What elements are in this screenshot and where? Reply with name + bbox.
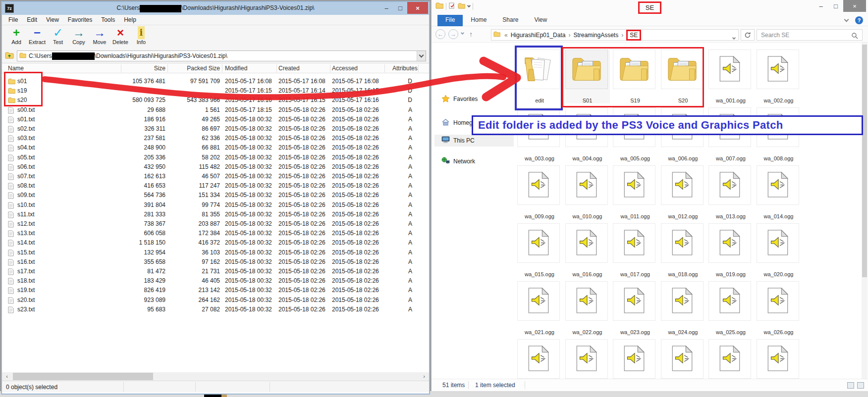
scrollbar-thumb[interactable] <box>13 373 153 380</box>
back-button[interactable]: ← <box>435 29 445 39</box>
table-row[interactable]: s18.txt183 42946 4052015-05-18 00:322015… <box>2 276 429 286</box>
breadcrumb-higurashiep01_data[interactable]: HigurashiEp01_Data <box>510 32 567 39</box>
table-row[interactable]: s09.txt564 736151 3342015-05-18 00:32201… <box>2 191 429 200</box>
grid-item-wa_023.ogg[interactable]: wa_023.ogg <box>613 281 657 335</box>
column-header-name[interactable]: Name <box>8 65 24 72</box>
grid-item[interactable] <box>613 339 657 379</box>
grid-item-wa_019.ogg[interactable]: wa_019.ogg <box>708 223 753 277</box>
grid-item[interactable] <box>757 339 801 379</box>
column-header-modified[interactable]: Modified <box>225 65 247 72</box>
address-bar[interactable]: « HigurashiEp01_Data›StreamingAssets›SE <box>491 29 739 41</box>
grid-item-wa_004.ogg[interactable]: wa_004.ogg <box>565 107 610 161</box>
menu-view[interactable]: View <box>42 16 63 23</box>
table-row[interactable]: s08.txt416 653117 2472015-05-18 00:32201… <box>2 181 429 191</box>
tab-share[interactable]: Share <box>494 15 526 26</box>
qat-customize-icon[interactable] <box>467 4 471 7</box>
grid-item-wa_017.ogg[interactable]: wa_017.ogg <box>613 223 657 277</box>
scrollbar-thumb[interactable] <box>862 45 867 277</box>
grid-item-wa_012.ogg[interactable]: wa_012.ogg <box>661 165 705 219</box>
table-row[interactable]: s01.txt186 91649 2652015-05-18 00:322015… <box>2 115 429 124</box>
sevenzip-titlebar[interactable]: 7z C:\Users\Downloads\Higurashi\Higurash… <box>2 2 429 15</box>
grid-item-wa_011.ogg[interactable]: wa_011.ogg <box>613 165 657 219</box>
table-row[interactable]: s00.txt29 6881 5612015-05-17 18:152015-0… <box>2 105 429 115</box>
sidebar-item-favorites[interactable]: Favorites <box>434 93 514 105</box>
grid-item-wa_016.ogg[interactable]: wa_016.ogg <box>565 223 610 277</box>
search-input[interactable]: Search SE <box>757 29 863 41</box>
grid-item-wa_020.ogg[interactable]: wa_020.ogg <box>757 223 801 277</box>
table-row[interactable]: s04.txt248 90066 8812015-05-18 00:322015… <box>2 143 429 152</box>
breadcrumb-separator-icon[interactable]: › <box>619 32 625 39</box>
sidebar-item-this-pc[interactable]: This PC <box>434 135 514 147</box>
grid-item-S19[interactable]: S19 <box>613 50 657 103</box>
breadcrumb-streamingassets[interactable]: StreamingAssets <box>572 32 619 39</box>
table-row[interactable]: s20580 093 725543 383 9662015-05-17 16:1… <box>2 96 429 105</box>
help-icon[interactable]: ? <box>855 16 863 24</box>
grid-item-wa_025.ogg[interactable]: wa_025.ogg <box>708 281 753 335</box>
tab-file[interactable]: File <box>437 15 463 26</box>
grid-item-wa_003.ogg[interactable]: wa_003.ogg <box>517 107 562 161</box>
table-row[interactable]: s17.txt81 47221 7312015-05-18 00:322015-… <box>2 267 429 276</box>
table-row[interactable]: s05.txt205 33658 2022015-05-18 00:322015… <box>2 153 429 162</box>
minimize-button[interactable]: – <box>380 2 393 14</box>
sidebar-item-network[interactable]: Network <box>434 155 514 167</box>
delete-button[interactable]: ×Delete <box>110 26 131 45</box>
table-row[interactable]: s20.txt923 089264 1622015-05-18 00:32201… <box>2 296 429 305</box>
grid-item[interactable] <box>708 339 753 379</box>
column-header-attributes[interactable]: Attributes <box>392 65 416 72</box>
menu-help[interactable]: Help <box>119 16 141 23</box>
scroll-left-arrow[interactable]: ‹ <box>3 373 11 380</box>
grid-item-wa_006.ogg[interactable]: wa_006.ogg <box>661 107 705 161</box>
grid-item-wa_008.ogg[interactable]: wa_008.ogg <box>757 107 801 161</box>
grid-item-wa_009.ogg[interactable]: wa_009.ogg <box>517 165 562 219</box>
copy-button[interactable]: →Copy <box>68 26 89 45</box>
table-row[interactable]: s11.txt281 33381 3552015-05-18 00:322015… <box>2 210 429 219</box>
ribbon-collapse-icon[interactable] <box>844 17 849 22</box>
explorer-titlebar[interactable]: SE – □ × <box>432 0 868 15</box>
maximize-button[interactable]: □ <box>828 0 843 12</box>
table-row[interactable]: s02.txt326 31186 6972015-05-18 00:322015… <box>2 124 429 134</box>
grid-item-wa_024.ogg[interactable]: wa_024.ogg <box>661 281 705 335</box>
table-row[interactable]: s16.txt355 65897 1622015-05-18 00:322015… <box>2 257 429 267</box>
grid-item-wa_007.ogg[interactable]: wa_007.ogg <box>708 107 753 161</box>
refresh-button[interactable] <box>741 29 755 41</box>
menu-tools[interactable]: Tools <box>97 16 119 23</box>
grid-item-wa_014.ogg[interactable]: wa_014.ogg <box>757 165 801 219</box>
details-view-toggle[interactable] <box>847 382 854 389</box>
recent-locations-icon[interactable] <box>461 31 464 35</box>
grid-item[interactable] <box>517 339 562 379</box>
qat-properties-icon[interactable] <box>449 2 455 10</box>
grid-item-wa_015.ogg[interactable]: wa_015.ogg <box>517 223 562 277</box>
grid-item-S20[interactable]: S20 <box>661 50 705 103</box>
grid-item-wa_018.ogg[interactable]: wa_018.ogg <box>661 223 705 277</box>
folder-up-icon[interactable] <box>5 51 15 61</box>
move-button[interactable]: →Move <box>89 26 110 45</box>
table-row[interactable]: s03.txt237 58162 3362015-05-18 00:322015… <box>2 134 429 143</box>
menu-file[interactable]: File <box>4 16 22 23</box>
grid-item-S01[interactable]: S01 <box>565 50 610 103</box>
grid-item-wa_010.ogg[interactable]: wa_010.ogg <box>565 165 610 219</box>
horizontal-scrollbar[interactable]: ‹ › <box>2 372 429 381</box>
table-row[interactable]: s19.txt826 419213 1422015-05-18 00:32201… <box>2 286 429 295</box>
table-row[interactable]: s14.txt1 518 150416 3722015-05-18 00:322… <box>2 238 429 248</box>
vertical-scrollbar[interactable] <box>862 43 868 379</box>
table-row[interactable]: s23.txt95 68327 0822015-05-18 00:322015-… <box>2 305 429 314</box>
minimize-button[interactable]: – <box>814 0 828 12</box>
grid-item-wa_013.ogg[interactable]: wa_013.ogg <box>708 165 753 219</box>
menu-edit[interactable]: Edit <box>22 16 42 23</box>
table-row[interactable]: s07.txt162 61346 5072015-05-18 00:322015… <box>2 172 429 181</box>
sidebar-item-homegroup[interactable]: Homegroup <box>434 117 514 129</box>
breadcrumb-se[interactable]: SE <box>626 30 641 41</box>
table-row[interactable]: s12.txt738 367203 8872015-05-18 00:32201… <box>2 219 429 229</box>
grid-item-wa_022.ogg[interactable]: wa_022.ogg <box>565 281 610 335</box>
grid-item[interactable] <box>661 339 705 379</box>
column-header-created[interactable]: Created <box>278 65 300 72</box>
test-button[interactable]: ✓Test <box>48 26 68 45</box>
maximize-button[interactable]: □ <box>393 2 407 14</box>
forward-button[interactable]: → <box>448 29 458 39</box>
sevenzip-column-headers[interactable]: NameSizePacked SizeModifiedCreatedAccess… <box>2 63 429 73</box>
table-row[interactable]: s01105 376 48197 591 7092015-05-17 16:08… <box>2 77 429 86</box>
tab-home[interactable]: Home <box>463 15 494 26</box>
address-dropdown-button[interactable] <box>417 51 426 61</box>
grid-item-edit[interactable]: edit <box>517 50 562 103</box>
tab-view[interactable]: View <box>526 15 555 26</box>
